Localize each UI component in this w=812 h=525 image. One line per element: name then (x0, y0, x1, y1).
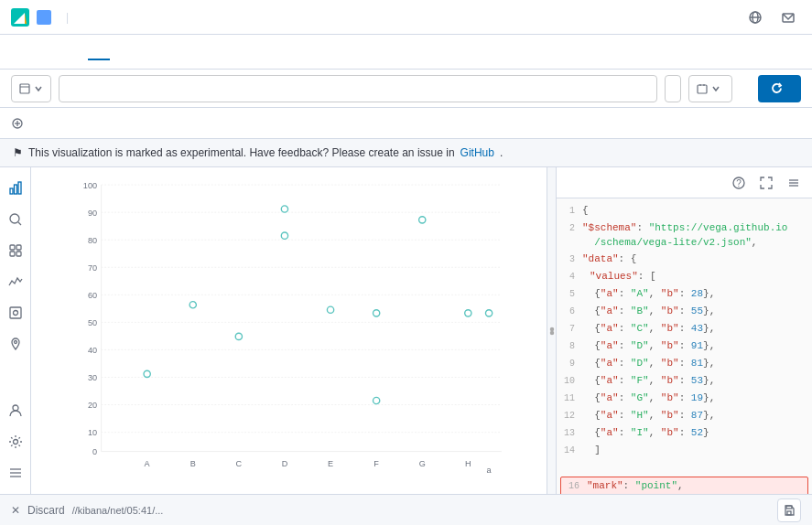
banner-period: . (500, 146, 503, 159)
calendar-icon (697, 83, 708, 94)
svg-text:100: 100 (83, 181, 97, 190)
toolbar (0, 70, 812, 108)
svg-text:?: ? (736, 178, 742, 188)
svg-text:A: A (145, 459, 151, 468)
sidebar-item-more[interactable] (2, 459, 29, 487)
bottom-bar: ✕ Discard //kibana/net/05:41/... (0, 494, 812, 525)
title-separator: | (66, 11, 69, 24)
kql-button[interactable] (665, 75, 681, 102)
index-icon (19, 83, 30, 94)
discard-button[interactable]: Discard (27, 504, 65, 517)
sidebar-item-discover[interactable] (2, 206, 29, 233)
svg-text:C: C (236, 459, 243, 468)
save-button[interactable] (777, 498, 801, 522)
svg-point-72 (550, 327, 553, 330)
code-line: 14 ] (557, 442, 812, 459)
sidebar (0, 167, 31, 494)
svg-rect-4 (20, 84, 29, 93)
help-icon[interactable]: ? (728, 172, 750, 194)
more-options-icon[interactable] (783, 172, 805, 194)
refresh-icon (771, 82, 783, 94)
collapse-handle[interactable] (547, 167, 556, 494)
svg-point-62 (189, 302, 196, 308)
code-line: 4 "values": [ (557, 268, 812, 285)
code-editor[interactable]: 1 { 2 "$schema": "https://vega.github.io… (557, 198, 812, 494)
code-line: 11 {"a": "G", "b": 19}, (557, 390, 812, 407)
svg-text:E: E (328, 459, 333, 468)
svg-text:10: 10 (88, 428, 97, 437)
code-line: 10 {"a": "F", "b": 53}, (557, 372, 812, 390)
filter-bar (0, 108, 812, 139)
svg-rect-21 (10, 307, 21, 318)
svg-text:30: 30 (88, 373, 97, 382)
sidebar-item-canvas[interactable] (2, 299, 29, 327)
svg-point-25 (13, 440, 17, 445)
svg-text:B: B (190, 459, 196, 468)
tab-share[interactable] (37, 44, 59, 60)
code-line: 8 {"a": "D", "b": 91}, (557, 338, 812, 355)
top-bar: | (0, 0, 812, 35)
svg-rect-18 (16, 245, 21, 250)
svg-point-71 (373, 310, 379, 316)
sidebar-item-visualize[interactable] (2, 175, 29, 202)
code-line: 13 {"a": "I", "b": 52} (557, 424, 812, 442)
search-input[interactable] (59, 75, 657, 102)
app-icon (37, 10, 51, 25)
experimental-banner: ⚑ This visualization is marked as experi… (0, 139, 812, 167)
show-dates-button[interactable] (740, 85, 751, 92)
svg-text:G: G (419, 459, 426, 468)
time-filter-button[interactable] (688, 75, 732, 102)
svg-text:80: 80 (88, 236, 97, 245)
svg-text:40: 40 (88, 346, 97, 355)
sidebar-item-maps[interactable] (2, 330, 29, 358)
svg-rect-6 (698, 85, 707, 93)
code-line: 15 (557, 459, 812, 477)
refresh-button[interactable] (758, 75, 801, 102)
save-draft-info: //kibana/net/05:41/... (72, 505, 770, 516)
svg-point-66 (327, 306, 333, 313)
tab-inspect[interactable] (62, 44, 84, 60)
nav-tabs (0, 35, 812, 70)
svg-rect-80 (786, 506, 792, 509)
code-line: 12 {"a": "H", "b": 87}, (557, 407, 812, 424)
code-line: 6 {"a": "B", "b": 55}, (557, 303, 812, 320)
svg-point-69 (465, 310, 471, 316)
svg-point-23 (14, 341, 16, 344)
discard-x-icon: ✕ (11, 504, 20, 517)
code-line: 3 "data": { (557, 251, 812, 268)
svg-text:60: 60 (88, 291, 97, 300)
svg-text:0: 0 (92, 447, 97, 456)
sidebar-item-dashboard[interactable] (2, 237, 29, 264)
sidebar-item-user[interactable] (2, 397, 29, 424)
tab-save[interactable] (11, 44, 33, 60)
svg-text:D: D (282, 459, 288, 468)
svg-text:90: 90 (88, 209, 97, 218)
chart-area: 100 90 80 70 60 50 40 30 20 10 0 A B C D… (31, 167, 547, 494)
svg-text:a: a (487, 466, 493, 475)
svg-point-67 (373, 397, 379, 403)
svg-point-63 (235, 333, 242, 339)
filter-icon[interactable] (11, 117, 24, 130)
sidebar-item-settings[interactable] (2, 428, 29, 455)
svg-rect-79 (787, 511, 791, 515)
svg-point-68 (419, 217, 426, 223)
tab-refresh[interactable] (88, 44, 110, 60)
sidebar-item-timelion[interactable] (2, 268, 29, 295)
code-line: 7 {"a": "C", "b": 43}, (557, 320, 812, 338)
svg-point-15 (10, 214, 19, 223)
github-link[interactable]: GitHub (460, 146, 494, 159)
scatter-chart: 100 90 80 70 60 50 40 30 20 10 0 A B C D… (40, 177, 537, 485)
svg-point-22 (13, 311, 17, 316)
svg-text:20: 20 (88, 401, 97, 410)
svg-point-61 (144, 370, 150, 377)
code-line: 5 {"a": "A", "b": 28}, (557, 285, 812, 303)
svg-rect-20 (16, 252, 21, 256)
mail-icon[interactable] (775, 5, 801, 30)
expand-icon[interactable] (755, 172, 777, 194)
svg-rect-19 (10, 252, 15, 256)
globe-icon[interactable] (742, 5, 768, 30)
svg-line-16 (18, 222, 21, 225)
code-line: 1 { (557, 202, 812, 220)
index-pattern-button[interactable] (11, 75, 51, 102)
chevron-down-icon-2 (711, 84, 720, 93)
